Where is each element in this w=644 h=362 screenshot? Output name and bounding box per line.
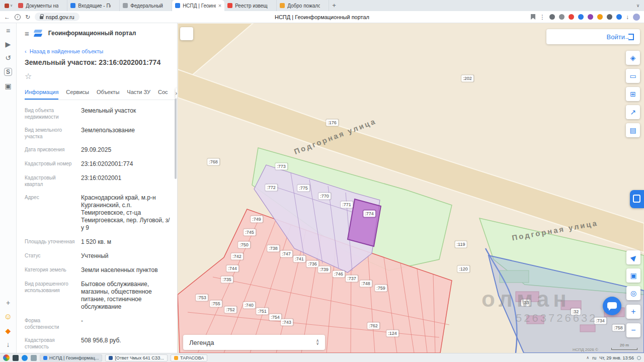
- layers-button[interactable]: ◈: [626, 51, 640, 65]
- fullscreen-button[interactable]: ▣: [626, 268, 640, 283]
- parcel-label[interactable]: :773: [275, 163, 287, 170]
- browser-tab[interactable]: Входящие - Почта Mail ×: [67, 0, 120, 11]
- video-icon[interactable]: ▶: [6, 41, 11, 48]
- taskbar-window-button[interactable]: [Ответ Чмых 641 СЗЗ...: [105, 354, 168, 361]
- parcel-label[interactable]: :735: [221, 277, 233, 283]
- map-area[interactable]: Подгорная улица Подгорная улица :202 :17…: [178, 23, 644, 353]
- parcel-label[interactable]: :747: [280, 251, 292, 257]
- legend-bar[interactable]: Легенда ∧∨: [183, 335, 325, 350]
- files-app-icon[interactable]: [31, 355, 37, 361]
- panel-tab[interactable]: Сос: [158, 86, 168, 100]
- parcel-label[interactable]: :739: [318, 266, 330, 273]
- start-button[interactable]: [3, 354, 10, 361]
- parcel-label[interactable]: :737: [346, 276, 358, 282]
- parcel-label[interactable]: :749: [251, 216, 263, 223]
- ruler-button[interactable]: ▭: [626, 69, 640, 83]
- panel-scrollbar[interactable]: [175, 99, 177, 179]
- parcel-label[interactable]: :736: [306, 261, 318, 267]
- tab-search-button[interactable]: ∨: [632, 0, 644, 11]
- browser-tab[interactable]: Федеральный закон от 2 ×: [120, 0, 172, 11]
- tab-close-icon[interactable]: ×: [218, 3, 221, 9]
- site-info-icon[interactable]: i: [15, 14, 21, 20]
- share-button[interactable]: ↗: [626, 105, 640, 119]
- parcel-label[interactable]: :120: [457, 266, 469, 273]
- browser-tab[interactable]: Добро пожаловать - Кур ×: [277, 0, 329, 11]
- downloads-icon[interactable]: ↓: [626, 14, 629, 20]
- parcel-label[interactable]: :759: [375, 285, 387, 292]
- extension-icon[interactable]: [578, 14, 584, 20]
- browser-tab[interactable]: Документы на исполнени ×: [15, 0, 67, 11]
- assistant-icon[interactable]: ☺: [4, 313, 12, 321]
- login-bar[interactable]: Войти →: [546, 29, 640, 44]
- history-icon[interactable]: ↺: [5, 54, 11, 61]
- url-field[interactable]: nspd.gov.ru: [35, 13, 79, 21]
- taskbar-window-button[interactable]: НСПД | Геоинформац...: [40, 354, 102, 361]
- parcel-label[interactable]: :755: [210, 301, 222, 307]
- parcel-label[interactable]: :741: [293, 256, 305, 262]
- parcel-label[interactable]: :758: [612, 325, 624, 331]
- panel-tab[interactable]: Сервисы: [66, 86, 89, 100]
- parcel-label[interactable]: :751: [256, 308, 268, 315]
- parcel-label[interactable]: :33: [521, 300, 531, 306]
- chat-button[interactable]: [603, 297, 621, 315]
- parcel-label[interactable]: :743: [281, 319, 293, 326]
- parcel-label[interactable]: :176: [326, 120, 338, 126]
- locate-button[interactable]: ▶: [626, 250, 640, 264]
- notification-icon[interactable]: [637, 356, 641, 360]
- services-icon[interactable]: S: [4, 68, 12, 76]
- bookmark-icon[interactable]: [531, 14, 535, 20]
- parcel-label[interactable]: :744: [226, 265, 238, 272]
- extension-icon[interactable]: [549, 14, 555, 20]
- browser-tab[interactable]: Реестр извещений ×: [224, 0, 277, 11]
- panel-tab[interactable]: Объекты: [97, 86, 119, 100]
- parcel-label[interactable]: :772: [265, 185, 277, 191]
- zoom-in-button[interactable]: +: [626, 305, 640, 319]
- parcel-label[interactable]: :746: [333, 271, 345, 278]
- extension-icon[interactable]: [559, 14, 565, 20]
- parcel-label[interactable]: :32: [571, 309, 581, 315]
- new-tab-button[interactable]: +: [329, 0, 339, 11]
- parcel-label[interactable]: :750: [238, 242, 250, 248]
- parcel-label[interactable]: :775: [297, 185, 309, 192]
- screenshot-icon[interactable]: ▣: [5, 82, 11, 89]
- parcel-label[interactable]: :754: [269, 314, 281, 321]
- docked-widget-button[interactable]: [630, 190, 644, 208]
- parcel-label[interactable]: :124: [386, 330, 398, 337]
- menu-icon[interactable]: ≡: [25, 29, 29, 38]
- favorite-star-icon[interactable]: ☆: [25, 71, 34, 81]
- tabs-scroll-button[interactable]: ›: [176, 88, 178, 98]
- browser-tab[interactable]: НСПД | Геоинформац ×: [172, 0, 224, 11]
- taskbar-window-button[interactable]: ТАРАСОВА: [171, 354, 207, 361]
- kebab-menu-icon[interactable]: ⋮: [539, 14, 545, 20]
- coordinates-button[interactable]: ◎: [626, 286, 640, 300]
- area-measure-button[interactable]: ⊞: [626, 87, 640, 101]
- parcel-label[interactable]: :119: [455, 241, 467, 248]
- parcel-label[interactable]: :768: [207, 159, 219, 165]
- back-link[interactable]: ‹ Назад в найденные объекты: [25, 48, 177, 54]
- browser-app-icon[interactable]: [22, 355, 28, 361]
- tray-expand-icon[interactable]: ∧: [586, 355, 589, 360]
- panel-tab[interactable]: Части ЗУ: [127, 86, 150, 100]
- parcel-label[interactable]: :740: [243, 302, 255, 309]
- parcel-label[interactable]: :752: [224, 307, 236, 313]
- sidebar-menu-icon[interactable]: ≡: [6, 27, 10, 34]
- parcel-label[interactable]: :745: [244, 229, 256, 236]
- parcel-label[interactable]: :738: [267, 245, 279, 252]
- parcel-label[interactable]: :748: [360, 281, 372, 287]
- profile-avatar[interactable]: [633, 14, 640, 21]
- extension-icon[interactable]: [607, 14, 612, 20]
- parcel-label[interactable]: :753: [196, 295, 208, 301]
- terminal-app-icon[interactable]: [13, 355, 19, 361]
- parcel-label[interactable]: :202: [461, 75, 473, 82]
- parcel-label[interactable]: :734: [594, 318, 606, 324]
- collapse-panel-button[interactable]: [180, 27, 193, 40]
- parcel-label[interactable]: :762: [367, 323, 379, 329]
- apps-icon[interactable]: ◆: [6, 327, 11, 334]
- add-panel-icon[interactable]: +: [6, 299, 10, 306]
- tab-list-button[interactable]: ∨: [2, 0, 15, 11]
- parcel-label[interactable]: :742: [231, 253, 243, 260]
- parcel-label[interactable]: :771: [341, 202, 353, 208]
- print-button[interactable]: ▤: [626, 123, 640, 137]
- download-panel-icon[interactable]: ↓: [7, 341, 10, 348]
- reload-icon[interactable]: ↻: [25, 14, 30, 20]
